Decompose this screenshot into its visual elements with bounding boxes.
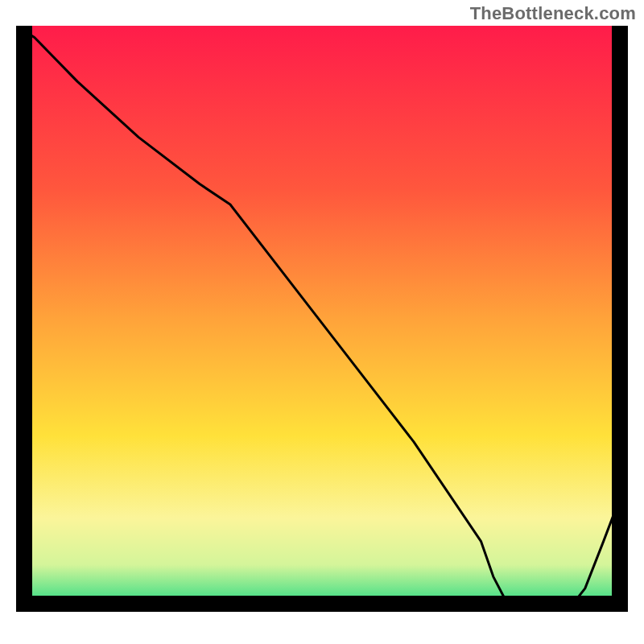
- gradient-background: [16, 26, 628, 612]
- watermark-text: TheBottleneck.com: [470, 3, 636, 24]
- chart-svg: [0, 0, 644, 644]
- chart-container: TheBottleneck.com: [0, 0, 644, 644]
